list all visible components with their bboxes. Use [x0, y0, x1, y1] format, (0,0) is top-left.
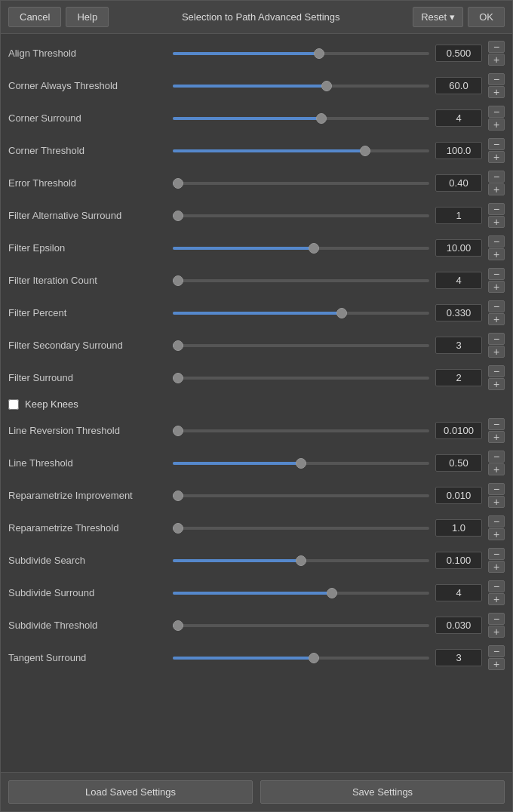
- decrement-button-line-reversion-threshold[interactable]: −: [488, 418, 505, 430]
- decrement-button-line-threshold[interactable]: −: [488, 451, 505, 463]
- increment-button-corner-always-threshold[interactable]: +: [488, 86, 505, 98]
- decrement-button-corner-surround[interactable]: −: [488, 106, 505, 118]
- slider-thumb-reparametrize-improvement[interactable]: [173, 491, 183, 501]
- slider-thumb-filter-alternative-surround[interactable]: [173, 211, 183, 221]
- decrement-button-subdivide-surround[interactable]: −: [488, 580, 505, 592]
- decrement-button-corner-threshold[interactable]: −: [488, 138, 505, 150]
- increment-button-tangent-surround[interactable]: +: [488, 658, 505, 670]
- increment-button-corner-threshold[interactable]: +: [488, 151, 505, 163]
- decrement-button-align-threshold[interactable]: −: [488, 41, 505, 53]
- increment-button-align-threshold[interactable]: +: [488, 54, 505, 66]
- value-input-corner-always-threshold[interactable]: [435, 77, 482, 94]
- slider-container-line-reversion-threshold: [173, 423, 429, 438]
- value-input-corner-threshold[interactable]: [435, 142, 482, 159]
- slider-thumb-subdivide-surround[interactable]: [327, 588, 337, 598]
- save-settings-button[interactable]: Save Settings: [260, 780, 505, 804]
- increment-button-filter-iteration-count[interactable]: +: [488, 281, 505, 293]
- slider-thumb-reparametrize-threshold[interactable]: [173, 523, 183, 534]
- increment-button-subdivide-search[interactable]: +: [488, 561, 505, 573]
- decrement-button-filter-iteration-count[interactable]: −: [488, 268, 505, 280]
- value-input-tangent-surround[interactable]: [435, 649, 482, 666]
- row-line-reversion-threshold: Line Reversion Threshold−+: [8, 414, 505, 447]
- slider-track-corner-always-threshold: [173, 85, 429, 88]
- increment-button-corner-surround[interactable]: +: [488, 118, 505, 131]
- increment-button-line-reversion-threshold[interactable]: +: [488, 431, 505, 443]
- slider-container-reparametrize-improvement: [173, 488, 429, 503]
- slider-fill-corner-always-threshold: [173, 85, 327, 88]
- increment-button-reparametrize-threshold[interactable]: +: [488, 528, 505, 540]
- slider-thumb-corner-always-threshold[interactable]: [321, 81, 332, 91]
- slider-container-corner-surround: [173, 111, 429, 126]
- decrement-button-reparametrize-threshold[interactable]: −: [488, 515, 505, 527]
- inc-dec-reparametrize-improvement: −+: [488, 483, 505, 508]
- slider-thumb-tangent-surround[interactable]: [309, 653, 319, 663]
- value-input-subdivide-surround[interactable]: [435, 584, 482, 601]
- slider-thumb-line-threshold[interactable]: [296, 458, 306, 469]
- value-input-error-threshold[interactable]: [435, 174, 482, 192]
- value-input-filter-surround[interactable]: [435, 369, 482, 386]
- row-reparametrize-threshold: Reparametrize Threshold−+: [8, 512, 505, 544]
- decrement-button-subdivide-search[interactable]: −: [488, 548, 505, 560]
- increment-button-subdivide-surround[interactable]: +: [488, 593, 505, 605]
- slider-thumb-filter-iteration-count[interactable]: [173, 275, 183, 286]
- settings-rows-2: Line Reversion Threshold−+Line Threshold…: [8, 414, 505, 674]
- increment-button-filter-surround[interactable]: +: [488, 378, 505, 390]
- slider-thumb-filter-percent[interactable]: [336, 308, 347, 318]
- keep-knees-checkbox[interactable]: [8, 399, 19, 410]
- slider-thumb-filter-surround[interactable]: [173, 373, 183, 383]
- decrement-button-error-threshold[interactable]: −: [488, 171, 505, 183]
- decrement-button-reparametrize-improvement[interactable]: −: [488, 483, 505, 495]
- decrement-button-filter-percent[interactable]: −: [488, 300, 505, 312]
- increment-button-error-threshold[interactable]: +: [488, 183, 505, 195]
- inc-dec-subdivide-surround: −+: [488, 580, 505, 605]
- increment-button-filter-alternative-surround[interactable]: +: [488, 216, 505, 228]
- value-input-align-threshold[interactable]: [435, 45, 482, 62]
- ok-button[interactable]: OK: [468, 7, 505, 27]
- increment-button-filter-percent[interactable]: +: [488, 313, 505, 325]
- row-subdivide-surround: Subdivide Surround−+: [8, 577, 505, 609]
- increment-button-filter-secondary-surround[interactable]: +: [488, 346, 505, 358]
- label-corner-threshold: Corner Threshold: [8, 145, 167, 156]
- slider-thumb-subdivide-search[interactable]: [296, 555, 306, 566]
- value-input-reparametrize-improvement[interactable]: [435, 487, 482, 504]
- slider-thumb-filter-secondary-surround[interactable]: [173, 340, 183, 351]
- slider-thumb-align-threshold[interactable]: [314, 48, 324, 59]
- increment-button-filter-epsilon[interactable]: +: [488, 248, 505, 260]
- value-input-filter-percent[interactable]: [435, 304, 482, 321]
- increment-button-line-threshold[interactable]: +: [488, 463, 505, 475]
- decrement-button-corner-always-threshold[interactable]: −: [488, 73, 505, 85]
- inc-dec-reparametrize-threshold: −+: [488, 515, 505, 540]
- cancel-button[interactable]: Cancel: [8, 7, 61, 27]
- decrement-button-tangent-surround[interactable]: −: [488, 645, 505, 657]
- slider-thumb-corner-threshold[interactable]: [360, 146, 370, 156]
- reset-button[interactable]: Reset ▾: [413, 7, 463, 27]
- decrement-button-filter-surround[interactable]: −: [488, 365, 505, 377]
- decrement-button-filter-alternative-surround[interactable]: −: [488, 203, 505, 215]
- value-input-line-threshold[interactable]: [435, 454, 482, 472]
- slider-fill-subdivide-surround: [173, 592, 332, 595]
- value-input-filter-iteration-count[interactable]: [435, 272, 482, 289]
- decrement-button-filter-secondary-surround[interactable]: −: [488, 333, 505, 345]
- label-subdivide-search: Subdivide Search: [8, 555, 167, 566]
- increment-button-reparametrize-improvement[interactable]: +: [488, 496, 505, 508]
- slider-thumb-corner-surround[interactable]: [316, 113, 327, 124]
- value-input-reparametrize-threshold[interactable]: [435, 519, 482, 537]
- value-input-subdivide-search[interactable]: [435, 552, 482, 569]
- value-input-filter-secondary-surround[interactable]: [435, 337, 482, 354]
- value-input-filter-alternative-surround[interactable]: [435, 207, 482, 224]
- value-input-corner-surround[interactable]: [435, 109, 482, 127]
- value-input-line-reversion-threshold[interactable]: [435, 422, 482, 439]
- slider-track-filter-secondary-surround: [173, 344, 429, 347]
- load-settings-button[interactable]: Load Saved Settings: [8, 780, 253, 804]
- slider-thumb-subdivide-threshold[interactable]: [173, 620, 183, 631]
- value-input-subdivide-threshold[interactable]: [435, 617, 482, 634]
- decrement-button-filter-epsilon[interactable]: −: [488, 235, 505, 248]
- value-input-filter-epsilon[interactable]: [435, 239, 482, 257]
- slider-thumb-filter-epsilon[interactable]: [309, 243, 319, 254]
- increment-button-subdivide-threshold[interactable]: +: [488, 626, 505, 638]
- slider-thumb-error-threshold[interactable]: [173, 178, 183, 189]
- slider-thumb-line-reversion-threshold[interactable]: [173, 426, 183, 436]
- scroll-container[interactable]: Align Threshold−+Corner Always Threshold…: [1, 34, 512, 772]
- help-button[interactable]: Help: [66, 7, 109, 27]
- decrement-button-subdivide-threshold[interactable]: −: [488, 613, 505, 625]
